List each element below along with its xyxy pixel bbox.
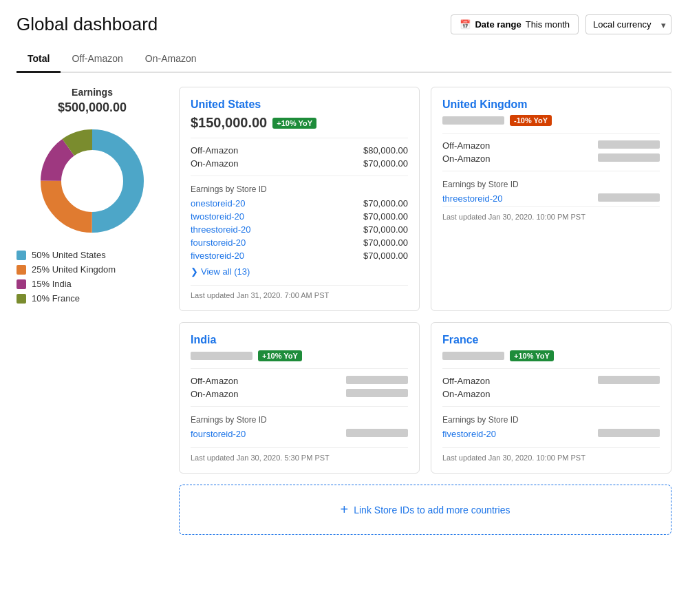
calendar-icon: 📅 bbox=[460, 19, 471, 30]
legend-label-france: 10% France bbox=[32, 293, 80, 304]
plus-icon: + bbox=[341, 502, 349, 518]
legend-item-us: 50% United States bbox=[17, 250, 168, 260]
card-india-title: India bbox=[191, 334, 408, 346]
card-uk-title: United Kingdom bbox=[442, 98, 660, 111]
svg-point-4 bbox=[65, 153, 120, 209]
card-uk: United Kingdom -10% YoY Off-Amazon On-Am… bbox=[431, 87, 671, 311]
card-us-badge: +10% YoY bbox=[272, 118, 316, 129]
add-country-label: Link Store IDs to add more countries bbox=[354, 505, 510, 516]
card-us-off-amazon: Off-Amazon $80,000.00 bbox=[191, 145, 408, 156]
page: Global dashboard 📅 Date range This month… bbox=[0, 0, 688, 616]
card-us-store-4: fivestoreid-20 $70,000.00 bbox=[191, 251, 408, 261]
card-uk-last-updated: Last updated Jan 30, 2020. 10:00 PM PST bbox=[442, 206, 660, 221]
legend-color-us bbox=[17, 251, 26, 260]
add-country-card[interactable]: + Link Store IDs to add more countries bbox=[179, 485, 671, 535]
left-panel: Earnings $500,000.00 50% United State bbox=[17, 87, 168, 535]
legend-color-uk bbox=[17, 265, 26, 275]
donut-chart bbox=[37, 126, 147, 236]
card-france-last-updated: Last updated Jan 30, 2020. 10:00 PM PST bbox=[442, 447, 660, 462]
header-controls: 📅 Date range This month Local currency U… bbox=[451, 14, 671, 34]
legend-item-india: 15% India bbox=[17, 279, 168, 289]
card-us-store-3: fourstoreid-20 $70,000.00 bbox=[191, 237, 408, 248]
card-uk-amount: -10% YoY bbox=[442, 115, 660, 126]
legend-label-india: 15% India bbox=[32, 279, 72, 289]
tab-on-amazon[interactable]: On-Amazon bbox=[134, 46, 208, 73]
card-uk-store-bar bbox=[598, 193, 660, 202]
currency-select[interactable]: Local currency USD GBP EUR bbox=[585, 14, 671, 34]
card-france-badge: +10% YoY bbox=[510, 350, 554, 361]
store-link-uk-0[interactable]: threestoreid-20 bbox=[442, 193, 502, 204]
card-france: France +10% YoY Off-Amazon On-Amazon Ear bbox=[431, 322, 671, 474]
card-india: India +10% YoY Off-Amazon On-Amazon bbox=[179, 322, 420, 474]
card-france-store-bar bbox=[598, 429, 660, 437]
earnings-amount: $500,000.00 bbox=[17, 100, 168, 115]
card-uk-stores-label: Earnings by Store ID bbox=[442, 180, 660, 189]
card-uk-on-amazon: On-Amazon bbox=[442, 153, 660, 164]
card-india-store-bar bbox=[346, 429, 408, 437]
store-link-india-0[interactable]: fourstoreid-20 bbox=[191, 429, 246, 439]
tab-off-amazon[interactable]: Off-Amazon bbox=[61, 46, 133, 73]
store-link-4[interactable]: fivestoreid-20 bbox=[191, 251, 244, 261]
card-india-off-amazon: Off-Amazon bbox=[191, 376, 408, 386]
card-us-amount: $150,000.00 +10% YoY bbox=[191, 115, 408, 131]
card-france-off-amazon: Off-Amazon bbox=[442, 376, 660, 386]
store-link-0[interactable]: onestoreid-20 bbox=[191, 198, 246, 209]
card-france-off-amazon-bar bbox=[598, 376, 660, 384]
legend: 50% United States 25% United Kingdom 15%… bbox=[17, 250, 168, 304]
card-uk-off-amazon: Off-Amazon bbox=[442, 140, 660, 151]
legend-label-us: 50% United States bbox=[32, 250, 106, 260]
card-france-title: France bbox=[442, 334, 660, 346]
card-india-on-amazon-bar bbox=[346, 389, 408, 397]
legend-label-uk: 25% United Kingdom bbox=[32, 264, 116, 275]
card-us-on-amazon: On-Amazon $70,000.00 bbox=[191, 158, 408, 169]
card-us-store-1: twostoreid-20 $70,000.00 bbox=[191, 211, 408, 222]
main-content: Earnings $500,000.00 50% United State bbox=[17, 87, 671, 535]
currency-wrapper: Local currency USD GBP EUR bbox=[585, 14, 671, 34]
card-france-amount-bar bbox=[442, 352, 504, 360]
tab-total[interactable]: Total bbox=[17, 46, 61, 73]
card-india-stores-label: Earnings by Store ID bbox=[191, 415, 408, 425]
card-us-last-updated: Last updated Jan 31, 2020. 7:00 AM PST bbox=[191, 285, 408, 299]
card-us-store-0: onestoreid-20 $70,000.00 bbox=[191, 198, 408, 209]
page-title: Global dashboard bbox=[17, 14, 158, 35]
card-india-last-updated: Last updated Jan 30, 2020. 5:30 PM PST bbox=[191, 447, 408, 462]
legend-item-uk: 25% United Kingdom bbox=[17, 264, 168, 275]
card-us: United States $150,000.00 +10% YoY Off-A… bbox=[179, 87, 420, 311]
card-india-amount: +10% YoY bbox=[191, 350, 408, 361]
date-range-label: Date range bbox=[475, 19, 521, 30]
cards-row-top: United States $150,000.00 +10% YoY Off-A… bbox=[179, 87, 671, 311]
right-panel: United States $150,000.00 +10% YoY Off-A… bbox=[179, 87, 671, 535]
earnings-title: Earnings bbox=[17, 87, 168, 98]
card-us-store-2: threestoreid-20 $70,000.00 bbox=[191, 224, 408, 235]
card-india-store-0: fourstoreid-20 bbox=[191, 429, 408, 439]
card-uk-badge: -10% YoY bbox=[510, 115, 552, 126]
card-france-store-0: fivestoreid-20 bbox=[442, 429, 660, 439]
card-uk-on-amazon-bar bbox=[598, 153, 660, 162]
card-india-badge: +10% YoY bbox=[258, 350, 302, 361]
card-india-amount-bar bbox=[191, 352, 252, 360]
tabs: Total Off-Amazon On-Amazon bbox=[17, 46, 671, 73]
card-france-on-amazon: On-Amazon bbox=[442, 389, 660, 399]
cards-row-bottom: India +10% YoY Off-Amazon On-Amazon bbox=[179, 322, 671, 474]
card-us-title: United States bbox=[191, 98, 408, 111]
legend-color-france bbox=[17, 294, 26, 304]
card-us-stores-label: Earnings by Store ID bbox=[191, 184, 408, 194]
store-link-france-0[interactable]: fivestoreid-20 bbox=[442, 429, 496, 439]
card-france-stores-label: Earnings by Store ID bbox=[442, 415, 660, 425]
date-range-button[interactable]: 📅 Date range This month bbox=[451, 14, 579, 34]
store-link-1[interactable]: twostoreid-20 bbox=[191, 211, 244, 222]
card-uk-off-amazon-bar bbox=[598, 140, 660, 149]
header: Global dashboard 📅 Date range This month… bbox=[17, 14, 671, 35]
card-india-on-amazon: On-Amazon bbox=[191, 389, 408, 399]
store-link-2[interactable]: threestoreid-20 bbox=[191, 224, 250, 235]
legend-item-france: 10% France bbox=[17, 293, 168, 304]
card-uk-amount-bar bbox=[442, 116, 504, 125]
store-link-3[interactable]: fourstoreid-20 bbox=[191, 237, 246, 248]
legend-color-india bbox=[17, 279, 26, 289]
card-india-off-amazon-bar bbox=[346, 376, 408, 384]
card-france-amount: +10% YoY bbox=[442, 350, 660, 361]
view-all-us[interactable]: ❯ View all (13) bbox=[191, 266, 408, 277]
date-range-value: This month bbox=[526, 19, 570, 30]
card-uk-store-0: threestoreid-20 bbox=[442, 193, 660, 204]
